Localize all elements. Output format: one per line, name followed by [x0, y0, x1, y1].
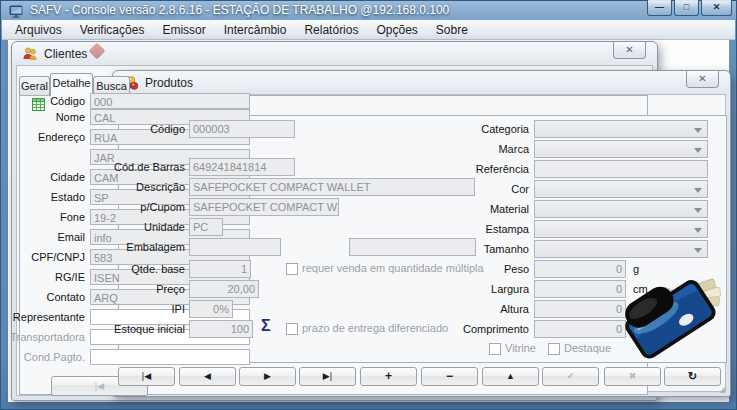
label-cod-barras: Cód.de Barras [114, 161, 185, 173]
produtos-window-title: Produtos [145, 76, 193, 90]
cor-combo[interactable] [534, 180, 708, 198]
nav-insert-button[interactable]: + [360, 367, 417, 386]
produtos-close-button[interactable]: ✕ [686, 71, 719, 88]
clientes-close-button[interactable]: ✕ [613, 42, 646, 59]
embalagem-input-2[interactable] [349, 238, 476, 256]
label-comprimento: Comprimento [463, 323, 529, 335]
nav-edit-button[interactable]: ▲ [482, 367, 539, 386]
nav-next-button[interactable]: ▶ [239, 367, 296, 386]
close-button[interactable]: ✕ [701, 0, 732, 16]
nav-post-button[interactable]: ✔ [542, 367, 599, 386]
produtos-window: Produtos ✕ Geral Detalhe Busca Código 00… [112, 70, 731, 397]
preco-input[interactable]: 20,00 [189, 280, 259, 298]
peso-input[interactable]: 0 [534, 260, 626, 278]
cupom-input[interactable]: SAFEPOCKET COMPACT W [189, 198, 339, 216]
clientes-label-contato: Contato [46, 291, 85, 303]
nav-first-button[interactable]: |◀ [118, 367, 175, 386]
application-window: SAFV - Console versão 2.8.6.16 - ESTAÇÃO… [0, 0, 737, 410]
clientes-label-nome: Nome [56, 111, 85, 123]
chevron-down-icon [694, 208, 702, 213]
menu-intercambio[interactable]: Intercâmbio [215, 23, 296, 37]
label-material: Material [490, 203, 529, 215]
tamanho-combo[interactable] [534, 240, 708, 258]
caption-buttons: — □ ✕ [645, 0, 732, 16]
nav-refresh-button[interactable]: ↻ [664, 367, 721, 386]
maximize-button[interactable]: □ [674, 0, 699, 16]
prazo-entrega-checkbox[interactable] [286, 323, 298, 335]
menu-arquivos[interactable]: Arquivos [6, 23, 71, 37]
referencia-input[interactable] [534, 160, 708, 178]
clientes-label-cpfcnpj: CPF/CNPJ [31, 251, 85, 263]
largura-input[interactable]: 0 [534, 280, 626, 298]
altura-input[interactable]: 0 [534, 300, 626, 318]
label-codigo: Código [150, 123, 185, 135]
clientes-condpagto-input[interactable] [90, 349, 250, 365]
label-descricao: Descrição [136, 181, 185, 193]
vitrine-label: Vitrine [505, 342, 536, 354]
estampa-combo[interactable] [534, 220, 708, 238]
nav-prior-button[interactable]: ◀ [179, 367, 236, 386]
clientes-icon [22, 46, 38, 66]
nav-cancel-button[interactable]: ✖ [604, 367, 661, 386]
wallet-icon [619, 267, 719, 361]
label-referencia: Referência [476, 163, 529, 175]
nav-last-button[interactable]: ▶| [299, 367, 356, 386]
categoria-combo[interactable] [534, 120, 708, 138]
clientes-codigo-input[interactable]: 000 [90, 93, 250, 109]
label-estoque-inicial: Estoque inicial [114, 323, 185, 335]
label-ipi: IPI [172, 303, 185, 315]
chevron-down-icon [694, 128, 702, 133]
clientes-label-condpagto: Cond.Pagto. [24, 351, 85, 363]
menu-bar: Arquivos Verificações Emissor Intercâmbi… [2, 20, 735, 40]
clientes-window-title: Clientes [44, 47, 87, 61]
menu-emissor[interactable]: Emissor [153, 23, 214, 37]
label-cupom: p/Cupom [140, 201, 185, 213]
estoque-inicial-input[interactable]: 100 [189, 320, 253, 338]
product-image [619, 267, 725, 365]
label-preco: Preço [156, 283, 185, 295]
menu-relatorios[interactable]: Relatórios [295, 23, 367, 37]
chevron-down-icon [694, 188, 702, 193]
chevron-down-icon [694, 228, 702, 233]
menu-verificacoes[interactable]: Verificações [71, 23, 154, 37]
unidade-input[interactable]: PC [189, 218, 223, 236]
sum-icon[interactable]: Σ [261, 317, 271, 335]
codigo-input[interactable]: 000003 [189, 120, 295, 138]
menu-opcoes[interactable]: Opções [367, 23, 426, 37]
window-title: SAFV - Console versão 2.8.6.16 - ESTAÇÃO… [30, 3, 449, 17]
clientes-label-fone: Fone [60, 211, 85, 223]
minimize-button[interactable]: — [647, 0, 672, 16]
menu-sobre[interactable]: Sobre [427, 23, 477, 37]
clientes-label-representante: Representante [13, 311, 85, 323]
requer-venda-checkbox[interactable] [286, 263, 298, 275]
clientes-label-rgie: RG/IE [55, 271, 85, 283]
marca-combo[interactable] [534, 140, 708, 158]
qtde-base-input[interactable]: 1 [189, 260, 251, 278]
clientes-tab-geral[interactable]: Geral [19, 76, 50, 95]
label-categoria: Categoria [481, 123, 529, 135]
label-marca: Marca [498, 143, 529, 155]
material-combo[interactable] [534, 200, 708, 218]
nav-delete-button[interactable]: − [421, 367, 478, 386]
descricao-input[interactable]: SAFEPOCKET COMPACT WALLET [189, 178, 475, 196]
label-largura: Largura [491, 283, 529, 295]
resize-grip[interactable]: ◢ [719, 385, 725, 394]
destaque-checkbox[interactable] [548, 343, 560, 355]
label-peso: Peso [504, 263, 529, 275]
prazo-entrega-label: prazo de entrega diferenciado [302, 322, 448, 334]
clientes-label-email: Email [57, 231, 85, 243]
comprimento-input[interactable]: 0 [534, 320, 626, 338]
label-tamanho: Tamanho [484, 243, 529, 255]
ipi-input[interactable]: 0% [189, 300, 233, 318]
label-qtde-base: Qtde. base [131, 263, 185, 275]
clientes-label-cidade: Cidade [50, 171, 85, 183]
clientes-label-codigo: Código [50, 95, 85, 107]
clientes-label-estado: Estado [51, 191, 85, 203]
embalagem-input-1[interactable] [189, 238, 281, 256]
clientes-tab-detalhe[interactable]: Detalhe [50, 73, 93, 96]
chevron-down-icon [694, 248, 702, 253]
vitrine-checkbox[interactable] [489, 343, 501, 355]
cod-barras-input[interactable]: 649241841814 [189, 158, 295, 176]
destaque-label: Destaque [564, 342, 611, 354]
label-cor: Cor [511, 183, 529, 195]
